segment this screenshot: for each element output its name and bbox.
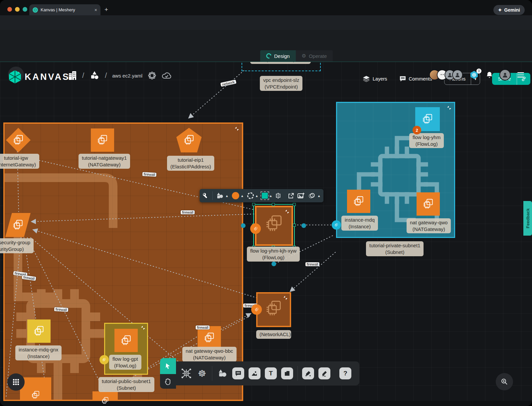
edge-label-firewall[interactable]: firewall (305, 262, 319, 266)
sparkle-icon: ✦ (498, 7, 502, 13)
flowlog-yhm-label[interactable]: flow log-yhm(FlowLog) (409, 133, 444, 148)
border-style-button[interactable]: ▲ (247, 192, 259, 199)
cursor-icon (164, 362, 172, 370)
pan-tool-button[interactable] (160, 375, 176, 389)
app-menu-button[interactable] (517, 71, 524, 79)
cloud-sync-icon[interactable] (162, 72, 172, 79)
fill-color-button[interactable]: ▲ (232, 192, 244, 199)
highlight-color-button[interactable]: ▲ (262, 193, 272, 199)
kubernetes-tool-button[interactable]: ☸ (196, 368, 208, 379)
browser-tab[interactable]: Kanvas | Meshery × (29, 4, 100, 15)
edge-anchor-dot[interactable] (241, 223, 246, 228)
resize-handle[interactable] (272, 203, 275, 206)
edge-tool-button[interactable] (302, 367, 314, 379)
chevron-up-icon: ▲ (255, 194, 259, 198)
flowlog-gpt-badge[interactable] (99, 355, 109, 364)
gemini-button[interactable]: ✦ Gemini (493, 5, 525, 15)
collapse-icon[interactable] (283, 296, 288, 300)
image-tool-button[interactable] (249, 367, 261, 379)
organization-icon[interactable] (68, 71, 77, 81)
shapes-tool-button[interactable] (217, 368, 228, 379)
natgateway-qwo-label[interactable]: nat gateway-qwo(NATGateway) (407, 218, 451, 233)
component-tool-button[interactable] (181, 368, 192, 379)
edge-label-firewall[interactable]: firewall (54, 307, 69, 312)
igw-label[interactable]: tutorial-igw(InternetGateway) (0, 154, 39, 169)
collapse-icon[interactable] (141, 325, 145, 330)
vpc-endpoint-label[interactable]: vpc endpoint-slz(VPCEndpoint) (260, 76, 302, 91)
resize-handle[interactable] (293, 224, 296, 227)
flowlog-selected-badge[interactable] (250, 223, 261, 234)
node-instance-mdq[interactable] (347, 190, 370, 213)
collaborator-avatars[interactable] (429, 70, 463, 80)
feedback-tab[interactable]: Feedback (523, 201, 532, 236)
environment-badge[interactable]: 0 (469, 70, 479, 80)
network-acl-label[interactable]: (NetworkACL) (256, 330, 291, 339)
help-button[interactable]: ? (339, 367, 351, 379)
text-tool-button[interactable]: T (265, 367, 277, 379)
add-image-button[interactable] (297, 192, 305, 199)
eip1-label[interactable]: tutorial-eip1(ElasticIPAddress) (167, 156, 214, 171)
rename-icon (276, 193, 284, 199)
natgateway-bbc-label[interactable]: nat gateway-qwo-bbc(NATGateway) (182, 347, 237, 362)
node-flowlog-gpt[interactable] (114, 329, 138, 352)
public-subnet-label[interactable]: tutorial-public-subnet1(Subnet) (98, 377, 154, 392)
design-file-name[interactable]: aws ec2.yaml (112, 73, 142, 79)
shape-picker-button[interactable]: ▲ (216, 192, 229, 199)
natgateway1-label[interactable]: tutorial-natgateway1(NATGateway) (79, 154, 130, 169)
node-partial-bottom[interactable] (92, 391, 118, 401)
design-label: Design (274, 53, 290, 59)
edge-anchor-dot[interactable] (271, 262, 276, 266)
flowlog-selected-label[interactable]: flow log-yhm-kjh-xyw(FlowLog) (247, 247, 300, 262)
comments-button[interactable]: Comments (399, 76, 432, 82)
close-window-button[interactable] (7, 7, 12, 12)
rename-button[interactable] (276, 193, 284, 199)
select-tool-button[interactable] (160, 358, 176, 374)
node-natgateway-bbc[interactable] (198, 326, 221, 349)
layers-button[interactable]: Layers (363, 76, 387, 82)
instance-gnx-label[interactable]: instance-mdq-gnx(Instance) (15, 345, 62, 360)
edge-anchor-dot[interactable] (301, 223, 306, 228)
kanvas-logo[interactable]: KANVAS (9, 70, 70, 84)
comment-tool-button[interactable] (232, 367, 244, 379)
layers-icon (363, 76, 370, 82)
edge-label-firewall[interactable]: firewall (181, 210, 195, 214)
user-avatar[interactable] (499, 69, 511, 81)
minimize-window-button[interactable] (15, 7, 20, 12)
comment-icon (399, 76, 406, 82)
tab-design[interactable]: Design (260, 50, 296, 62)
configure-tool-button[interactable] (202, 192, 209, 199)
flowlog-yhm-count-badge[interactable]: 2 (413, 126, 421, 134)
meshery-favicon (33, 7, 38, 13)
network-acl-badge[interactable] (251, 304, 262, 315)
tab-title: Kanvas | Meshery (41, 7, 92, 12)
instance-mdq-label[interactable]: instance-mdq(Instance) (341, 216, 378, 231)
zoom-window-button[interactable] (23, 7, 27, 12)
node-natgateway1[interactable] (91, 128, 114, 152)
tab-operate[interactable]: ⚙ Operate (296, 50, 333, 62)
extensions-flower-icon[interactable] (148, 71, 156, 80)
freehand-draw-button[interactable] (318, 367, 330, 379)
edge-label-firewall[interactable]: firewall (196, 325, 210, 329)
tab-close-icon[interactable]: × (94, 7, 97, 13)
flowlog-gpt-label[interactable]: flow log-gpt(FlowLog) (109, 355, 141, 370)
group-style-button[interactable]: ▲ (308, 192, 321, 199)
apps-grid-button[interactable] (7, 373, 25, 391)
subnet-edge-badge[interactable] (332, 220, 341, 230)
collaborator-avatar[interactable] (452, 70, 463, 80)
security-group-label[interactable]: tutorial-security-group(SecurityGroup) (0, 238, 34, 253)
edge-label-firewall[interactable]: firewall (142, 172, 157, 177)
node-instance-gnx[interactable] (27, 319, 51, 343)
resize-handle[interactable] (252, 203, 255, 206)
private-subnet-label[interactable]: tutorial-private-subnet1(Subnet) (366, 241, 424, 256)
collapse-icon[interactable] (447, 105, 451, 110)
resize-handle[interactable] (293, 203, 296, 206)
notifications-bell-icon[interactable] (486, 71, 493, 79)
node-natgateway-qwo[interactable] (417, 192, 440, 216)
open-in-new-button[interactable] (288, 193, 294, 199)
node-partial-bottom-left[interactable] (20, 377, 51, 401)
workspace-shapes-icon[interactable] (89, 71, 99, 80)
new-tab-button[interactable]: + (104, 6, 108, 13)
zoom-button[interactable] (496, 373, 513, 390)
note-tool-button[interactable] (281, 367, 293, 379)
collapse-icon[interactable] (235, 126, 239, 131)
